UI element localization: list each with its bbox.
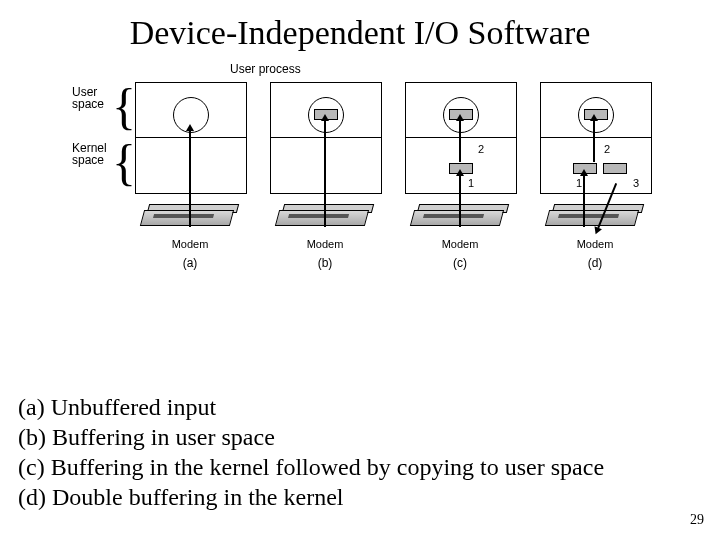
arrow-icon xyxy=(593,120,595,162)
page-number: 29 xyxy=(690,512,704,528)
caption-list: (a) Unbuffered input (b) Buffering in us… xyxy=(18,392,604,512)
arrow-number-2: 2 xyxy=(478,143,484,155)
caption-d: (d) Double buffering in the kernel xyxy=(18,482,604,512)
kernel-space-label: Kernel space { xyxy=(72,142,107,166)
arrow-number-1: 1 xyxy=(576,177,582,189)
arrow-number-3: 3 xyxy=(633,177,639,189)
user-process-label: User process xyxy=(230,62,301,76)
panel-c: 2 1 xyxy=(405,82,517,194)
panel-letter-a: (a) xyxy=(135,256,245,270)
panel-letter-c: (c) xyxy=(405,256,515,270)
panel-d: 2 1 3 xyxy=(540,82,652,194)
arrow-number-2: 2 xyxy=(604,143,610,155)
modem-label: Modem xyxy=(135,238,245,250)
user-space-label: User space { xyxy=(72,86,104,110)
caption-c: (c) Buffering in the kernel followed by … xyxy=(18,452,604,482)
arrow-icon xyxy=(189,130,191,227)
panel-a xyxy=(135,82,247,194)
page-title: Device-Independent I/O Software xyxy=(0,14,720,52)
diagram-container: User process User space { Kernel space {… xyxy=(60,62,660,292)
modem-label: Modem xyxy=(405,238,515,250)
caption-b: (b) Buffering in user space xyxy=(18,422,604,452)
modem-label: Modem xyxy=(540,238,650,250)
buffer-kernel-icon xyxy=(603,163,627,174)
arrow-icon xyxy=(324,120,326,227)
arrow-icon xyxy=(459,120,461,162)
caption-a: (a) Unbuffered input xyxy=(18,392,604,422)
panel-letter-b: (b) xyxy=(270,256,380,270)
arrow-icon xyxy=(583,175,585,227)
panel-b xyxy=(270,82,382,194)
arrow-number-1: 1 xyxy=(468,177,474,189)
modem-label: Modem xyxy=(270,238,380,250)
arrow-icon xyxy=(459,175,461,227)
panel-letter-d: (d) xyxy=(540,256,650,270)
